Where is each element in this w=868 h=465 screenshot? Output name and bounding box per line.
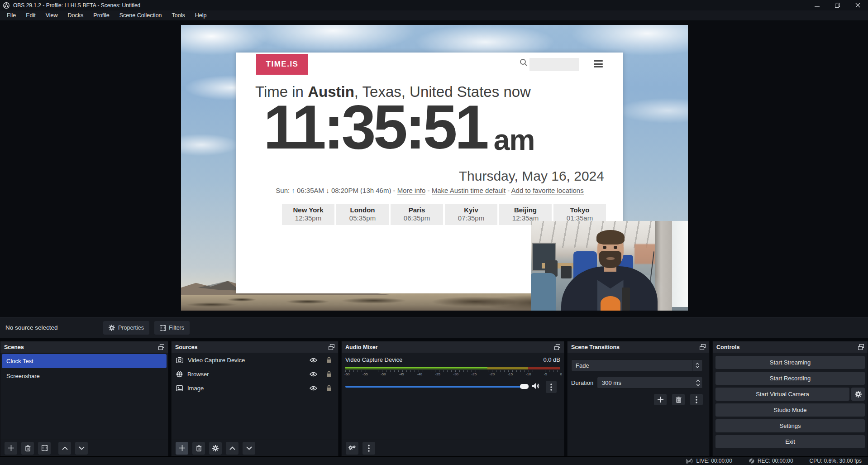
scene-item-screenshare[interactable]: Screenshare (2, 369, 167, 383)
remove-scene-button[interactable] (21, 442, 34, 455)
image-icon (176, 385, 183, 391)
mixer-menu-button[interactable] (362, 442, 375, 455)
vertical-dots-icon (696, 396, 697, 403)
volume-slider-track[interactable] (345, 386, 528, 388)
mixer-channel-menu-button[interactable] (546, 381, 557, 393)
webcam-overlay-source[interactable] (531, 221, 688, 311)
remove-source-button[interactable] (192, 442, 205, 455)
person-eye (614, 246, 617, 249)
globe-icon (176, 371, 183, 378)
transitions-panel-title: Scene Transitions (571, 344, 620, 350)
window-title: OBS 29.1.2 - Profile: LLHLS BETA - Scene… (13, 2, 140, 9)
chevron-up-icon (229, 446, 235, 450)
visibility-eye-icon[interactable] (310, 372, 317, 377)
vertical-dots-icon (550, 384, 552, 391)
vertical-dots-icon (368, 445, 370, 452)
source-move-up-button[interactable] (226, 442, 238, 455)
exit-button[interactable]: Exit (715, 435, 865, 448)
dock-popout-icon[interactable] (329, 344, 334, 350)
menu-help[interactable]: Help (190, 11, 212, 20)
start-streaming-button[interactable]: Start Streaming (715, 356, 865, 369)
add-scene-button[interactable] (5, 442, 17, 455)
start-recording-button[interactable]: Start Recording (715, 372, 865, 385)
scene-move-down-button[interactable] (75, 442, 88, 455)
mixer-channel-name: Video Capture Device (345, 356, 402, 363)
speaker-icon[interactable] (532, 383, 540, 389)
scene-item-clock-test[interactable]: Clock Test (2, 354, 167, 368)
city-card[interactable]: London05:35pm (336, 204, 389, 225)
menu-scene-collection[interactable]: Scene Collection (114, 11, 167, 20)
add-transition-button[interactable] (654, 394, 667, 405)
menu-docks[interactable]: Docks (63, 11, 89, 20)
remove-transition-button[interactable] (672, 394, 685, 405)
live-status: LIVE: 00:00:00 (685, 458, 732, 464)
transition-menu-button[interactable] (690, 394, 703, 405)
title-bar: OBS 29.1.2 - Profile: LLHLS BETA - Scene… (0, 0, 868, 10)
visibility-eye-icon[interactable] (310, 358, 317, 363)
studio-mode-button[interactable]: Studio Mode (715, 403, 865, 417)
visibility-eye-icon[interactable] (310, 386, 317, 391)
properties-button[interactable]: Properties (103, 321, 149, 335)
chevron-down-icon (79, 446, 85, 450)
gear-icon (212, 445, 219, 451)
trash-icon (196, 445, 202, 451)
audio-mixer-panel: Audio Mixer Video Capture Device 0.0 dB … (341, 341, 564, 456)
scene-move-up-button[interactable] (58, 442, 71, 455)
city-card[interactable]: Kyiv07:35pm (445, 204, 497, 225)
minimize-button[interactable] (807, 0, 827, 10)
menu-view[interactable]: View (41, 11, 63, 20)
menu-edit[interactable]: Edit (21, 11, 41, 20)
plus-icon (658, 397, 663, 403)
close-button[interactable] (848, 0, 868, 10)
dock-popout-icon[interactable] (158, 344, 164, 350)
preview-canvas[interactable]: TIME.IS Time in Austin, Texas, United St… (0, 20, 868, 317)
volume-meter (345, 367, 560, 369)
dock-popout-icon[interactable] (700, 344, 706, 350)
menu-file[interactable]: File (2, 11, 21, 20)
start-virtual-camera-button[interactable]: Start Virtual Camera (715, 388, 849, 401)
clock-display: 11:35:51 am (263, 96, 534, 158)
spinbox-arrows-icon[interactable] (693, 379, 702, 386)
menu-tools[interactable]: Tools (167, 11, 190, 20)
city-card[interactable]: New York12:35pm (282, 204, 334, 225)
source-move-down-button[interactable] (243, 442, 255, 455)
menu-profile[interactable]: Profile (88, 11, 114, 20)
source-properties-button[interactable] (209, 442, 222, 455)
filter-icon (42, 445, 48, 451)
more-info-link[interactable]: More info (397, 187, 426, 195)
duration-spinbox[interactable]: 300 ms (597, 377, 703, 388)
volume-slider-handle[interactable] (520, 384, 529, 389)
add-source-button[interactable] (176, 442, 188, 455)
search-input[interactable] (529, 58, 579, 71)
source-row-image[interactable]: Image (172, 381, 338, 395)
scene-filters-button[interactable] (38, 442, 51, 455)
settings-button[interactable]: Settings (715, 419, 865, 432)
virtual-camera-config-button[interactable] (851, 388, 865, 401)
restore-button[interactable] (827, 0, 848, 10)
filters-button[interactable]: Filters (154, 321, 190, 335)
dock-popout-icon[interactable] (858, 344, 864, 350)
transition-selected-value: Fade (572, 362, 692, 369)
hamburger-menu-icon[interactable] (594, 60, 603, 67)
controls-panel-title: Controls (716, 344, 739, 350)
add-favorite-link[interactable]: Add to favorite locations (511, 187, 584, 195)
lock-icon[interactable] (326, 371, 332, 377)
trash-icon (676, 397, 682, 403)
status-bar: LIVE: 00:00:00 REC: 00:00:00 CPU: 0.6%, … (0, 456, 868, 465)
chevron-up-icon (62, 446, 68, 450)
chair-armrest (622, 288, 630, 311)
make-default-link[interactable]: Make Austin time default (432, 187, 506, 195)
clock-meridiem: am (494, 125, 535, 154)
transition-select[interactable]: Fade (571, 360, 703, 371)
search-icon (520, 58, 528, 67)
lock-icon[interactable] (326, 357, 332, 363)
duration-value: 300 ms (597, 379, 693, 386)
source-row-video-capture[interactable]: Video Capture Device (172, 353, 338, 367)
double-gear-icon (348, 445, 356, 451)
lock-icon[interactable] (326, 385, 332, 391)
source-row-browser[interactable]: Browser (172, 367, 338, 381)
plus-icon (8, 445, 14, 451)
city-card[interactable]: Paris06:35pm (391, 204, 443, 225)
dock-popout-icon[interactable] (554, 344, 560, 350)
advanced-audio-button[interactable] (346, 442, 358, 455)
